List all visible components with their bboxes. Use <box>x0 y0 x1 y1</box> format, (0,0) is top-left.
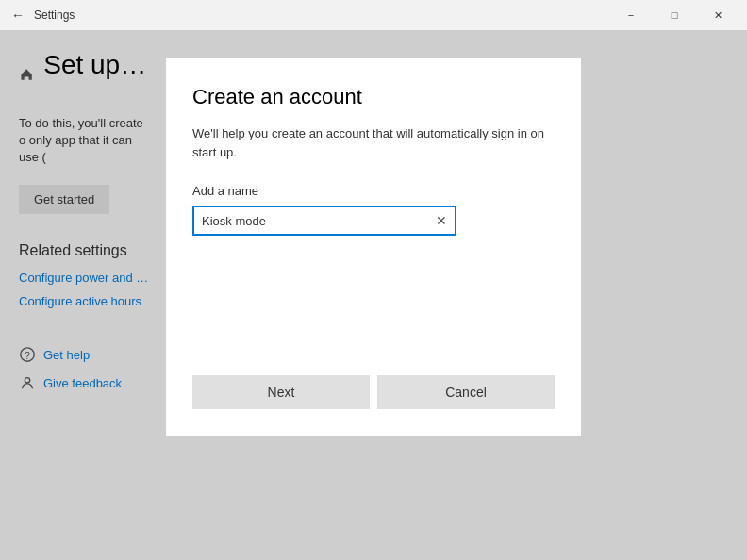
dialog-description: We'll help you create an account that wi… <box>192 124 555 161</box>
title-bar: ← Settings − □ ✕ <box>0 0 747 30</box>
close-button[interactable]: ✕ <box>696 0 739 30</box>
title-bar-controls: − □ ✕ <box>609 0 739 30</box>
dialog-footer: Next Cancel <box>166 360 581 436</box>
back-button[interactable]: ← <box>11 8 25 23</box>
minimize-button[interactable]: − <box>609 0 653 30</box>
cancel-button[interactable]: Cancel <box>377 375 555 409</box>
dialog-body: Create an account We'll help you create … <box>166 58 581 360</box>
settings-content: Set up a k To do this, you'll create o o… <box>0 30 747 560</box>
field-input-wrapper: ✕ <box>192 206 456 236</box>
field-label: Add a name <box>192 184 555 198</box>
name-input[interactable] <box>192 206 456 236</box>
title-bar-left: ← Settings <box>11 8 75 23</box>
dialog-overlay: Create an account We'll help you create … <box>0 30 747 560</box>
next-button[interactable]: Next <box>192 375 370 409</box>
clear-input-button[interactable]: ✕ <box>430 209 453 232</box>
maximize-button[interactable]: □ <box>653 0 696 30</box>
dialog: Create an account We'll help you create … <box>166 58 581 436</box>
title-bar-title: Settings <box>34 8 75 22</box>
dialog-title: Create an account <box>192 85 555 109</box>
